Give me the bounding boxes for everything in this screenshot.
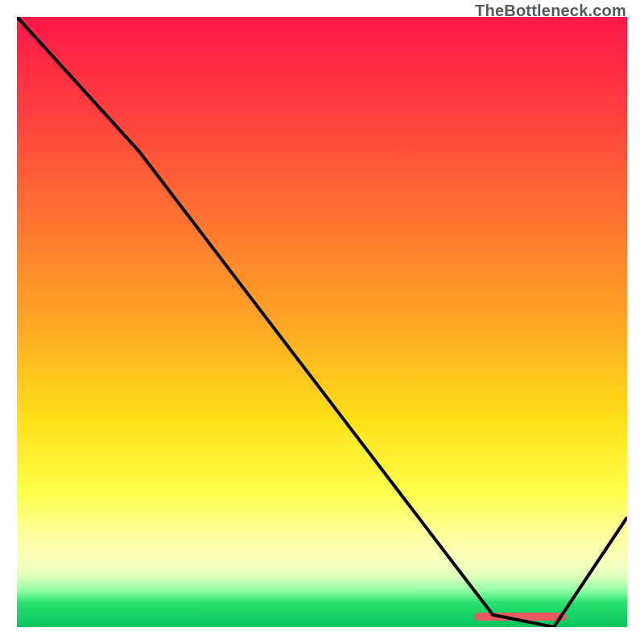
chart-canvas: TheBottleneck.com <box>0 0 644 644</box>
plot-background-gradient <box>17 17 627 627</box>
